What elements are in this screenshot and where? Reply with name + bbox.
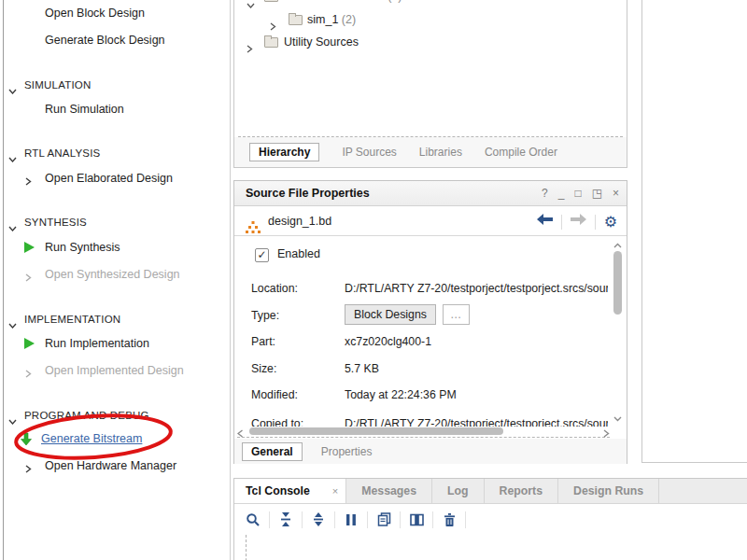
separator [334,511,335,528]
tab-reports[interactable]: Reports [485,479,558,503]
expand-all-icon[interactable] [307,510,330,530]
back-arrow-icon[interactable] [537,207,553,236]
help-icon[interactable]: ? [542,181,548,206]
tab-messages[interactable]: Messages [346,479,432,503]
folder-icon [264,37,278,48]
chevron-down-icon [8,413,17,429]
tree-item-utility-sources[interactable]: Utility Sources [234,31,627,53]
sidebar-section-synthesis[interactable]: SYNTHESIS [0,214,230,231]
chevron-right-icon [25,366,32,383]
tree-item-label: Utility Sources [284,31,359,53]
tree-item-simulation-sources[interactable]: Simulation Sources (2) [234,0,627,7]
sidebar-section-implementation[interactable]: IMPLEMENTATION [0,311,230,328]
tab-properties[interactable]: Properties [321,445,373,458]
maximize-icon[interactable]: □ [574,181,581,206]
horizontal-scrollbar[interactable] [237,426,610,438]
forward-arrow-icon[interactable] [571,207,586,236]
tree-item-count: (2) [388,0,402,3]
sidebar-item-open-implemented-design[interactable]: Open Implemented Design [0,362,230,379]
separator [432,511,433,528]
sidebar-item-label: Run Synthesis [45,239,120,256]
property-nav-controls: ⚙ [537,207,617,236]
float-icon[interactable]: ◳ [592,181,602,206]
close-icon[interactable]: × [613,181,619,206]
sidebar-item-label: Generate Block Design [45,32,165,49]
property-value: 5.7 KB [345,362,379,375]
chevron-down-icon [8,316,17,333]
collapse-all-icon[interactable] [275,510,297,530]
sidebar-item-label: Generate Bitstream [41,430,142,447]
type-dropdown-button[interactable]: Block Designs [345,304,436,325]
folder-icon [264,0,278,2]
sidebar-section-program-and-debug[interactable]: PROGRAM AND DEBUG [0,407,230,424]
tab-general[interactable]: General [242,442,303,461]
tab-libraries[interactable]: Libraries [419,146,462,159]
separator [595,215,596,230]
tree-item-count: (2) [342,13,356,26]
gear-icon[interactable]: ⚙ [604,215,617,230]
run-play-icon [24,242,35,253]
ellipsis-button[interactable]: … [443,304,470,325]
sources-panel: Simulation Sources (2) sim_1 (2) Utility… [233,0,627,168]
property-label: Part: [251,335,345,348]
tree-item-sim-1[interactable]: sim_1 (2) [234,8,627,31]
trash-icon[interactable] [438,510,460,530]
panel-title: Source File Properties [246,187,370,200]
sidebar-item-run-implementation[interactable]: Run Implementation [0,335,230,352]
tab-tcl-console[interactable]: Tcl Console × [234,479,346,503]
section-label: SYNTHESIS [24,214,87,231]
sidebar-section-rtl-analysis[interactable]: RTL ANALYSIS [0,145,230,161]
enabled-checkbox[interactable]: ✓ [255,248,269,262]
copy-icon[interactable] [373,510,395,530]
tab-log[interactable]: Log [432,479,485,503]
chevron-right-icon[interactable] [247,38,253,61]
vertical-scrollbar[interactable] [613,239,624,425]
console-output[interactable]: WARNING: [BD 41-927] Following propertie… [234,535,747,560]
sidebar-item-generate-bitstream[interactable]: Generate Bitstream [0,430,230,447]
search-icon[interactable] [242,510,264,530]
chevron-right-icon [25,461,32,478]
chevron-right-icon [25,174,32,190]
sidebar-item-run-simulation[interactable]: Run Simulation [0,101,230,118]
chevron-down-icon [8,219,17,236]
scroll-up-icon[interactable] [613,239,622,252]
scrollbar-thumb[interactable] [249,427,503,435]
sidebar-item-label: Open Synthesized Design [45,266,180,283]
tree-item-text: Simulation Sources [284,0,385,3]
bitstream-down-arrow-icon [21,432,33,451]
scrollbar-thumb[interactable] [613,251,622,315]
property-row-part: Part:xc7z020clg400-1 [251,335,431,348]
tab-compile-order[interactable]: Compile Order [485,146,557,159]
console-tab-bar: Tcl Console × Messages Log Reports Desig… [234,479,747,504]
properties-content: ✓ Enabled Location:D:/RTL/ARTY Z7-20/tes… [234,237,627,427]
tab-hierarchy[interactable]: Hierarchy [249,143,319,161]
tab-label: Tcl Console [246,484,310,497]
tab-ip-sources[interactable]: IP Sources [342,146,396,159]
minimize-icon[interactable]: _ [558,181,565,206]
run-play-icon [24,338,35,349]
sidebar-item-open-block-design[interactable]: Open Block Design [0,5,230,21]
pause-icon[interactable] [340,510,362,530]
separator [367,511,368,528]
sidebar-item-open-hardware-manager[interactable]: Open Hardware Manager [0,457,230,474]
sidebar-item-open-elaborated-design[interactable]: Open Elaborated Design [0,170,230,187]
section-label: RTL ANALYSIS [24,145,100,161]
property-row-type: Type:Block Designs… [251,304,470,325]
tcl-console-panel: Tcl Console × Messages Log Reports Desig… [233,478,747,560]
scroll-down-icon[interactable] [613,412,622,425]
property-row-location: Location:D:/RTL/ARTY Z7-20/testporject/t… [251,282,608,295]
tab-design-runs[interactable]: Design Runs [558,479,659,503]
separator [302,511,303,528]
sidebar-item-run-synthesis[interactable]: Run Synthesis [0,239,230,256]
folder-icon [289,15,303,25]
chevron-right-icon [25,270,32,287]
sources-tab-bar: Hierarchy IP Sources Libraries Compile O… [234,137,627,167]
sidebar-section-simulation[interactable]: SIMULATION [0,77,230,93]
section-label: IMPLEMENTATION [24,311,120,328]
property-label: Size: [251,362,345,375]
property-value: xc7z020clg400-1 [345,335,431,348]
scroll-lock-icon[interactable] [405,510,428,530]
tab-close-icon[interactable]: × [332,485,338,497]
sidebar-item-generate-block-design[interactable]: Generate Block Design [0,32,230,49]
sidebar-item-open-synthesized-design[interactable]: Open Synthesized Design [0,266,230,283]
